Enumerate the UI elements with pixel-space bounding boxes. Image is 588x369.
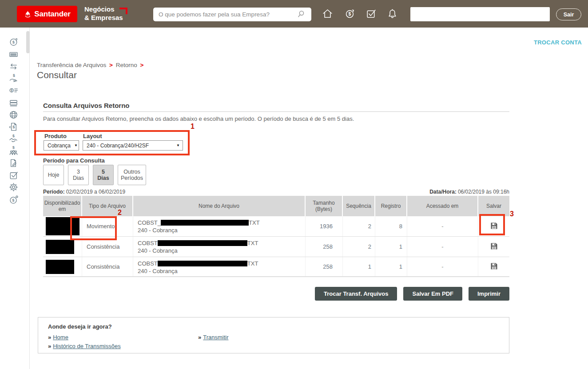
file-name: COBST_TXT [138, 219, 305, 226]
tipo-arquivo-value: Consistência [82, 257, 133, 276]
historico-transmissoes-link[interactable]: Histórico de Transmissões [53, 343, 120, 349]
brand-corner-mark-icon [119, 8, 127, 14]
file-name: COBSTTXT [138, 260, 305, 267]
scheduled-money-icon[interactable]: $ [8, 194, 19, 205]
search-icon[interactable] [296, 9, 306, 19]
acessado-value: - [407, 237, 478, 257]
annotation-label-2: 2 [118, 209, 122, 217]
floppy-disk-icon [490, 242, 498, 250]
home-link[interactable]: Home [53, 334, 68, 341]
registro-value: 8 [375, 216, 407, 236]
approvals-checkbox-icon[interactable] [8, 170, 19, 180]
period-button-5dias[interactable]: 5 Dias [93, 165, 114, 185]
link-bullet: » [48, 343, 51, 349]
period-button-3dias[interactable]: 3 Dias [68, 165, 89, 185]
transfer-arrows-icon[interactable] [8, 61, 19, 71]
svg-text:$: $ [349, 12, 351, 16]
quick-links-heading: Aonde deseja ir agora? [48, 323, 509, 330]
save-file-button[interactable] [489, 242, 499, 252]
period-section-label: Período para Consulta [43, 157, 105, 164]
tamanho-value: 1936 [306, 216, 343, 236]
col-sequencia: Sequência [343, 196, 375, 216]
link-transmitir-row: »Transmitir [198, 334, 229, 341]
santander-logo[interactable]: Santander [17, 6, 77, 22]
logout-button[interactable]: Sair [556, 8, 581, 20]
datahora-value: 06/02/2019 às 09:16h [458, 189, 509, 195]
bell-icon[interactable] [386, 8, 398, 20]
home-icon[interactable] [322, 8, 334, 20]
file-name: COBSTTXT [138, 239, 305, 247]
file-layout: 240 - Cobrança [138, 247, 305, 254]
col-salvar: Salvar [478, 196, 509, 216]
col-nome: Nome do Arquivo [133, 196, 306, 216]
col-tipo: Tipo de Arquivo [82, 196, 133, 216]
link-home-row: »Home [48, 334, 198, 341]
brand-segment-label: Negócios & Empresas [84, 5, 123, 22]
annotation-label-1: 1 [191, 123, 195, 131]
salvar-em-pdf-button[interactable]: Salvar Em PDF [403, 287, 462, 301]
table-header-row: Disponibilizado em Tipo de Arquivo Nome … [43, 196, 509, 216]
link-bullet: » [198, 334, 201, 341]
period-button-hoje[interactable]: Hoje [43, 165, 64, 185]
acessado-value: - [407, 216, 478, 236]
svg-text:$: $ [13, 73, 15, 78]
registro-value: 1 [375, 237, 407, 257]
top-header: Santander Negócios & Empresas $ Sair [0, 0, 588, 28]
sequencia-value: 1 [343, 257, 375, 276]
trocar-transf-arquivos-button[interactable]: Trocar Transf. Arquivos [315, 287, 397, 301]
svg-text:$: $ [12, 125, 15, 129]
datahora-info: Data/Hora:06/02/2019 às 09:16h [429, 189, 509, 195]
tamanho-value: 258 [306, 257, 343, 276]
settings-gear-icon[interactable] [8, 182, 19, 192]
search-input[interactable] [153, 8, 311, 21]
tamanho-value: 258 [306, 237, 343, 257]
breadcrumb: Transferência de Arquivos > Retorno > [37, 62, 145, 68]
section-description: Para consultar Arquivos Retorno, preench… [43, 115, 354, 122]
redacted-filename-segment [161, 220, 249, 226]
section-heading: Consulta Arquivos Retorno [43, 102, 129, 109]
action-button-row: Trocar Transf. Arquivos Salvar Em PDF Im… [315, 287, 509, 301]
file-layout: 240 - Cobrança [138, 226, 305, 234]
sequencia-value: 2 [343, 216, 375, 236]
account-info-redacted [410, 7, 550, 21]
svg-text:$: $ [12, 146, 15, 150]
acessado-value: - [407, 257, 478, 276]
save-file-button[interactable] [489, 262, 499, 272]
redacted-date [46, 260, 74, 274]
scrollbar-thumb[interactable] [26, 31, 30, 53]
period-button-outros[interactable]: Outros Períodos [118, 165, 146, 185]
payment-hand-icon[interactable]: $ [8, 73, 19, 83]
breadcrumb-item-retorno[interactable]: Retorno [116, 62, 137, 68]
handshake-icon[interactable]: $ [8, 134, 19, 144]
transmitir-link[interactable]: Transmitir [203, 334, 228, 341]
payroll-people-icon[interactable]: $ [8, 146, 19, 156]
app-root: Santander Negócios & Empresas $ Sair $ [0, 0, 588, 369]
cards-icon[interactable] [8, 98, 19, 108]
redacted-date [46, 240, 74, 254]
redacted-filename-segment [158, 240, 247, 246]
coin-statement-icon[interactable]: $ [8, 85, 19, 95]
logo-text: Santander [34, 10, 70, 19]
globe-icon[interactable] [8, 110, 19, 120]
page-title: Consultar [37, 70, 77, 80]
invoice-file-icon[interactable]: $ [8, 122, 19, 132]
quick-links-box: Aonde deseja ir agora? »Home »Histórico … [38, 317, 509, 353]
breadcrumb-separator: > [109, 62, 113, 68]
tasks-icon[interactable] [365, 8, 377, 20]
breadcrumb-item-transferencia[interactable]: Transferência de Arquivos [37, 62, 106, 68]
file-layout: 240 - Cobrança [138, 267, 305, 275]
annotation-box-3 [479, 214, 505, 235]
registro-value: 1 [375, 257, 407, 276]
sequencia-value: 2 [343, 237, 375, 257]
imprimir-button[interactable]: Imprimir [469, 287, 509, 301]
contract-edit-icon[interactable] [8, 158, 19, 168]
svg-text:$: $ [12, 134, 15, 138]
trocar-conta-link[interactable]: TROCAR CONTA [534, 39, 582, 46]
turnover-icon[interactable]: $ [344, 8, 356, 20]
col-disponibilizado: Disponibilizado em [43, 196, 82, 216]
annotation-box-2 [70, 216, 117, 240]
periodo-info-label: Período: [43, 189, 65, 195]
turnover-icon[interactable]: $ [8, 37, 19, 47]
barcode-icon[interactable] [8, 49, 19, 60]
svg-text:$: $ [12, 198, 15, 202]
